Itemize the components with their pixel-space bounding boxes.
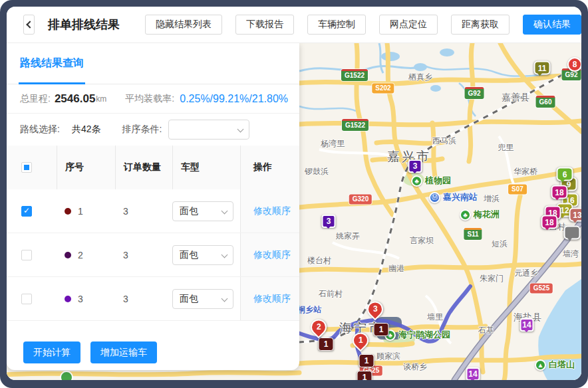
modify-order-link[interactable]: 修改顺序 (253, 205, 291, 217)
road-shield: G60 (536, 96, 555, 108)
orders-value: 3 (123, 294, 128, 304)
start-calc-button[interactable]: 开始计算 (23, 341, 80, 363)
map-marker-cluster[interactable]: 1 (319, 338, 334, 351)
toolbar: 排单排线结果 隐藏结果列表 下载报告 车辆控制 网点定位 距离获取 确认结果 (7, 7, 581, 43)
vehicle-control-button[interactable]: 车辆控制 (307, 15, 366, 35)
map-place-label: 短浜 (492, 239, 508, 250)
vehicle-type-value: 面包 (180, 249, 198, 261)
route-color-dot (65, 208, 71, 215)
map-place-label: 西马浜 (432, 136, 456, 147)
route-color-dot (65, 296, 71, 302)
map-place-label: 嘉善县 (502, 92, 529, 104)
vehicle-type-select[interactable]: 面包 (172, 201, 233, 221)
sort-condition-select[interactable] (168, 120, 249, 140)
map-place-label: 兜里 (498, 142, 514, 153)
map-place-label: 桐乡站 (297, 304, 321, 316)
route-select-label: 路线选择: (20, 124, 60, 136)
map-poi: ♣梅花洲 (460, 209, 500, 221)
poi-label: 海宁鹃湖公园 (398, 329, 450, 341)
row-checkbox[interactable] (21, 294, 32, 304)
confirm-result-button[interactable]: 确认结果 (523, 15, 581, 35)
modify-order-link[interactable]: 修改顺序 (253, 249, 291, 261)
map-place-label: 栖真乡 (408, 72, 432, 83)
map-place-label: 姚家弄 (336, 231, 360, 242)
map-marker-cluster[interactable]: 1 (374, 323, 389, 336)
map-place-label: 华家桥 (514, 166, 537, 177)
table-row: 2 3 面包 修改顺序 (7, 233, 299, 277)
road-shield: G92 (465, 87, 484, 99)
mileage-unit: km (96, 94, 106, 104)
avg-load-label: 平均装载率: (125, 93, 174, 105)
download-report-button[interactable]: 下载报告 (235, 15, 294, 35)
hide-result-list-button[interactable]: 隐藏结果列表 (145, 15, 222, 35)
map-marker-pin[interactable]: 2 (307, 316, 330, 338)
poi-label: 梅花洲 (474, 209, 500, 221)
map-marker-cluster[interactable]: 8 (567, 57, 581, 72)
map-place-label: 墙湾 (563, 248, 579, 260)
road-shield: G525 (530, 284, 553, 294)
map-poi: Ⓜ嘉兴南站 (429, 191, 478, 203)
modify-order-link[interactable]: 修改顺序 (253, 293, 291, 305)
app-frame: 栖真乡嘉善县杨湾里西马浜兜里华家桥锣鼓浜嘉兴市增浜姚家弄言家坝楼台村幽港短浜朱家… (0, 0, 588, 388)
table-row: 3 3 面包 修改顺序 (7, 277, 299, 321)
row-checkbox[interactable] (21, 250, 32, 260)
col-header-vehicle: 车型 (172, 146, 240, 189)
route-count: 共42条 (72, 124, 101, 136)
vehicle-type-select[interactable]: 面包 (172, 289, 233, 309)
orders-value: 3 (123, 206, 128, 217)
distance-fetch-button[interactable]: 距离获取 (451, 15, 510, 35)
poi-label: 嘉兴南站 (443, 191, 478, 203)
road-shield: G320 (349, 195, 372, 205)
chevron-left-icon (26, 21, 33, 28)
map-poi: ♣海宁鹃湖公园 (384, 329, 450, 341)
map-marker-cluster[interactable] (564, 226, 581, 240)
map-place-label: 谈桥乡 (403, 361, 427, 373)
page-title: 排单排线结果 (48, 17, 120, 33)
map-place-label: 幽港 (388, 263, 404, 274)
road-shield: S202 (372, 84, 394, 94)
tab-route-results[interactable]: 路线结果查询 (20, 56, 84, 70)
poi-label: 植物园 (425, 175, 451, 187)
mountain-poi-icon: ▲ (535, 359, 546, 371)
map-marker-cluster[interactable]: 18 (541, 215, 558, 229)
site-locate-button[interactable]: 网点定位 (379, 15, 438, 35)
route-color-dot (65, 252, 71, 258)
map-marker-pin[interactable]: 3 (364, 298, 386, 320)
vehicle-type-value: 面包 (180, 205, 198, 217)
chevron-down-icon (237, 126, 244, 133)
col-header-action: 操作 (240, 146, 299, 189)
vehicle-type-select[interactable]: 面包 (172, 245, 233, 265)
map-place-label: 墙里 (427, 312, 443, 323)
map-marker-cluster[interactable]: 14 (466, 367, 480, 380)
back-button[interactable] (23, 15, 35, 35)
map-marker-cluster[interactable]: 1 (357, 371, 372, 380)
road-shield: G1522 (341, 69, 368, 81)
map-place-label: 锣鼓浜 (305, 166, 329, 177)
map-marker-cluster[interactable]: 13 (569, 208, 582, 222)
map-marker-cluster[interactable]: 18 (551, 185, 568, 199)
map-marker-cluster[interactable]: 3 (322, 215, 336, 228)
map-marker-cluster[interactable]: 11 (534, 61, 551, 75)
station-poi-icon: Ⓜ (429, 192, 440, 203)
map-place-label: 顾家滨 (376, 351, 400, 362)
panel-actions: 开始计算 增加运输车 (23, 341, 167, 363)
map-marker-cluster[interactable]: 14 (520, 318, 534, 332)
map-place-label: 元通乡 (514, 268, 538, 279)
total-mileage-value: 2546.05 (55, 92, 95, 106)
map-marker-cluster[interactable]: 3 (408, 159, 422, 173)
add-truck-button[interactable]: 增加运输车 (90, 341, 157, 363)
table-row: 1 3 面包 修改顺序 (7, 189, 299, 233)
map-marker-cluster[interactable]: 6 (557, 167, 573, 181)
select-all-checkbox[interactable] (21, 162, 32, 173)
col-header-orders: 订单数量 (115, 146, 172, 189)
total-mileage-label: 总里程: (20, 93, 51, 105)
map-marker-cluster[interactable]: 1 (359, 354, 374, 367)
map-poi: ♣植物园 (411, 175, 451, 187)
orders-value: 3 (123, 250, 128, 260)
chevron-down-icon (221, 251, 228, 258)
row-checkbox[interactable] (21, 206, 32, 217)
seq-value: 1 (78, 206, 83, 217)
summary-stats: 总里程: 2546.05 km 平均装载率: 0.25%/99.21%/21.8… (7, 84, 299, 114)
avg-load-value: 0.25%/99.21%/21.80% (180, 93, 288, 105)
map-place-label: 言家坝 (410, 235, 434, 246)
